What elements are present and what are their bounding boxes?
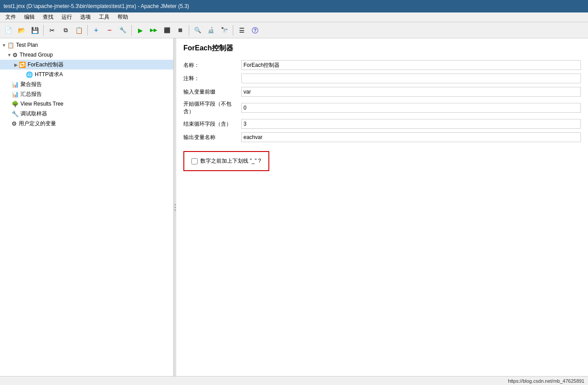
form-row-input-var: 输入变量前缀: [176, 85, 588, 98]
tree-item-thread-group[interactable]: ▼ ⚙ Thread Group: [0, 50, 173, 60]
status-bar: https://blog.csdn.net/mb_47625891: [0, 376, 588, 385]
form-label-input-var: 输入变量前缀: [183, 88, 241, 96]
tree-item-summary-report[interactable]: ▶ 📊 汇总报告: [0, 89, 173, 99]
search-button[interactable]: 🔍: [191, 24, 204, 37]
remove-button[interactable]: −: [103, 24, 116, 37]
toolbar-sep-3: [131, 25, 132, 36]
tree-label-debug-sampler: 调试取样器: [20, 110, 47, 118]
shutdown-button[interactable]: ⏹: [174, 24, 187, 37]
tree-label-foreach-controller: ForEach控制器: [28, 61, 64, 69]
summary-report-icon: 📊: [12, 91, 19, 98]
form-row-name: 名称：: [176, 58, 588, 72]
stop-button[interactable]: ⬛: [161, 24, 173, 37]
tree-item-foreach-controller[interactable]: ▶ 🔁 ForEach控制器: [0, 60, 173, 70]
comment-input[interactable]: [241, 74, 581, 83]
form-row-start-index: 开始循环字段（不包含）: [176, 98, 588, 117]
debug-sampler-icon: 🔧: [12, 111, 19, 117]
menu-help[interactable]: 帮助: [114, 12, 132, 22]
dot-1: [174, 204, 176, 205]
form-row-output-var: 输出变量名称: [176, 131, 588, 144]
tree-label-test-plan: Test Plan: [16, 42, 38, 48]
tree-label-user-defined-vars: 用户定义的变量: [19, 120, 56, 127]
form-label-comment: 注释：: [183, 75, 241, 82]
tree-item-user-defined-vars[interactable]: ▶ ⚙ 用户定义的变量: [0, 119, 173, 128]
title-bar: test1.jmx (D:\apache-jmeter-5.3\bin\temp…: [0, 0, 588, 12]
http-request-icon: 🌐: [26, 71, 33, 78]
thread-group-icon: ⚙: [12, 52, 18, 58]
tree-label-view-results-tree: View Results Tree: [20, 101, 64, 107]
binoculars-button[interactable]: 🔭: [218, 24, 231, 37]
menu-tools[interactable]: 工具: [95, 12, 113, 22]
checkbox-section: 数字之前加上下划线 "_" ?: [183, 151, 269, 171]
cut-button[interactable]: [46, 24, 58, 37]
form-row-comment: 注释：: [176, 72, 588, 85]
tree-item-view-results-tree[interactable]: ▶ 🌳 View Results Tree: [0, 99, 173, 109]
test-plan-icon: 📋: [7, 42, 14, 49]
divider-dots: [174, 204, 176, 211]
form-label-output-var: 输出变量名称: [183, 134, 241, 141]
start-index-input[interactable]: [241, 103, 581, 113]
menu-bar: 文件 编辑 查找 运行 选项 工具 帮助: [0, 12, 588, 22]
dot-3: [174, 209, 176, 211]
tree-item-debug-sampler[interactable]: ▶ 🔧 调试取样器: [0, 109, 173, 119]
copy-button[interactable]: ⧉: [59, 24, 72, 37]
paste-button[interactable]: [73, 24, 85, 37]
dot-2: [174, 207, 176, 208]
form-label-name: 名称：: [183, 61, 241, 69]
menu-search[interactable]: 查找: [39, 12, 57, 22]
tree-arrow-test-plan: ▼: [2, 43, 6, 48]
run-button[interactable]: ▶: [134, 24, 146, 37]
tree-label-thread-group: Thread Group: [20, 52, 53, 58]
open-button[interactable]: [15, 24, 28, 37]
clear-button[interactable]: 🔧: [117, 24, 129, 37]
checkbox-label: 数字之前加上下划线 "_" ?: [200, 157, 261, 165]
log-viewer-button[interactable]: ☰: [235, 24, 248, 37]
tree-item-aggregate-report[interactable]: ▶ 📊 聚合报告: [0, 79, 173, 89]
tree-item-http-request-a[interactable]: ▶ 🌐 HTTP请求A: [0, 70, 173, 79]
toolbar-sep-2: [87, 25, 88, 36]
aggregate-report-icon: 📊: [12, 81, 19, 88]
new-button[interactable]: [2, 24, 14, 37]
help-button[interactable]: ?: [249, 24, 261, 37]
save-button[interactable]: [28, 24, 41, 37]
status-url: https://blog.csdn.net/mb_47625891: [508, 378, 584, 384]
menu-options[interactable]: 选项: [77, 12, 94, 22]
menu-file[interactable]: 文件: [2, 12, 20, 22]
form-row-end-index: 结束循环字段（含）: [176, 117, 588, 131]
form-label-start-index: 开始循环字段（不包含）: [183, 100, 241, 115]
tree-label-http-request-a: HTTP请求A: [35, 71, 63, 78]
toolbar-sep-4: [189, 25, 189, 36]
output-var-input[interactable]: [241, 132, 581, 142]
form-panel: ForEach控制器 名称： 注释： 输入变量前缀 开始循环字段（不包含） 结束…: [176, 38, 588, 376]
toolbar: ⧉ + − 🔧 ▶ ▶▶ ⬛ ⏹ 🔍 🔬 🔭 ☰ ?: [0, 22, 588, 38]
foreach-controller-icon: 🔁: [19, 61, 26, 68]
underscore-checkbox[interactable]: [191, 158, 198, 164]
menu-run[interactable]: 运行: [58, 12, 76, 22]
form-label-end-index: 结束循环字段（含）: [183, 120, 241, 128]
end-index-input[interactable]: [241, 119, 581, 129]
menu-edit[interactable]: 编辑: [20, 12, 38, 22]
tree-label-aggregate-report: 聚合报告: [20, 81, 42, 88]
input-var-input[interactable]: [241, 87, 581, 97]
toolbar-sep-1: [43, 25, 44, 36]
view-results-tree-icon: 🌳: [12, 101, 19, 107]
tree-item-test-plan[interactable]: ▼ 📋 Test Plan: [0, 40, 173, 50]
main-layout: ▼ 📋 Test Plan ▼ ⚙ Thread Group ▶ 🔁 ForEa…: [0, 38, 588, 376]
tree-label-summary-report: 汇总报告: [20, 90, 42, 98]
name-input[interactable]: [241, 60, 581, 70]
tree-panel: ▼ 📋 Test Plan ▼ ⚙ Thread Group ▶ 🔁 ForEa…: [0, 38, 174, 376]
toolbar-sep-5: [233, 25, 233, 36]
tree-arrow-foreach: ▶: [14, 62, 18, 67]
user-defined-vars-icon: ⚙: [12, 120, 17, 127]
add-button[interactable]: +: [90, 24, 102, 37]
run-no-pause-button[interactable]: ▶▶: [147, 24, 160, 37]
remote-start-button[interactable]: 🔬: [205, 24, 217, 37]
tree-arrow-thread-group: ▼: [7, 53, 12, 57]
title-text: test1.jmx (D:\apache-jmeter-5.3\bin\temp…: [4, 3, 189, 9]
form-title: ForEach控制器: [176, 42, 588, 58]
